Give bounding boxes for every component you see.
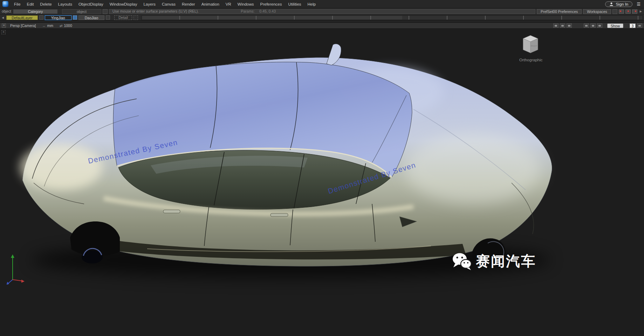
axis-triad: [5, 253, 26, 286]
detail-button[interactable]: Detail: [114, 15, 132, 20]
camera-view-label[interactable]: Persp [Camera]: [10, 23, 36, 28]
scale-arrows-icon: ⇄: [60, 24, 62, 28]
menu-edit[interactable]: Edit: [24, 2, 37, 6]
window-menu-icon[interactable]: ☰: [637, 2, 640, 7]
layer-timeline-strip[interactable]: [142, 15, 643, 20]
sign-in-button[interactable]: Sign In: [605, 1, 632, 7]
window-split-icon[interactable]: [590, 23, 596, 28]
viewport-close-icon[interactable]: ✕: [2, 23, 6, 28]
brand-watermark: 赛闻汽车: [452, 252, 536, 271]
mouse-left-button-icon[interactable]: [619, 9, 624, 14]
prompt-bar-expand-icon[interactable]: ▶: [639, 10, 643, 13]
mouse-middle-button-icon[interactable]: [625, 9, 631, 14]
menu-bar: File Edit Delete Layouts ObjectDisplay W…: [0, 0, 644, 8]
detail-options-icon[interactable]: [133, 15, 138, 20]
layer-yingjiao-field[interactable]: YingJiao: [45, 15, 71, 20]
menu-windows[interactable]: Windows: [234, 2, 257, 6]
layer-scroll-left-icon[interactable]: ◀: [1, 16, 5, 19]
params-label: Params:: [241, 9, 254, 14]
menu-render[interactable]: Render: [179, 2, 198, 6]
layer-bar: ◀ DefaultLayer YingJiao DaoJiao Detail: [0, 15, 644, 21]
menu-layouts[interactable]: Layouts: [55, 2, 75, 6]
layer-daojiao-checkbox[interactable]: [106, 15, 110, 20]
window-single-icon[interactable]: [584, 23, 589, 28]
cube-face-label: RIGHT: [531, 45, 537, 47]
workspaces-button[interactable]: Workspaces: [583, 9, 611, 14]
category-dropdown[interactable]: Category: [13, 9, 58, 14]
orientation-label: Orthographic: [519, 58, 542, 62]
menu-file[interactable]: File: [11, 2, 24, 6]
x-axis-icon: [13, 280, 22, 281]
params-value: 0.45, 0.43: [259, 9, 276, 14]
show-menu-button[interactable]: Show: [607, 23, 623, 28]
menu-objectdisplay[interactable]: ObjectDisplay: [75, 2, 107, 6]
resize-horizontal-icon: ↔: [42, 24, 46, 28]
car-3d-model[interactable]: [0, 29, 644, 336]
layer-daojiao-button[interactable]: DaoJiao: [78, 15, 105, 20]
menu-preferences[interactable]: Preferences: [257, 2, 285, 6]
render-preview-icon[interactable]: [560, 23, 565, 28]
pick-object-label: object: [1, 9, 12, 13]
prompt-line-input[interactable]: Use mouse or enter surface parameters (U…: [109, 9, 535, 14]
menu-vr[interactable]: VR: [222, 2, 234, 6]
viewport-canvas[interactable]: ✕ Demonstrated By Seven Demonstrated By …: [0, 29, 644, 336]
menu-utilities[interactable]: Utilities: [285, 2, 304, 6]
prompt-history-icon[interactable]: [103, 9, 108, 14]
menu-canvas[interactable]: Canvas: [159, 2, 179, 6]
snapshot-icon[interactable]: [553, 23, 559, 28]
viewport-header: ✕ Persp [Camera] ↔ mm ⇄ 1000 Show 3: [0, 23, 644, 29]
brand-text: 赛闻汽车: [476, 252, 536, 271]
view-scale-value[interactable]: 1000: [64, 23, 72, 28]
panel-number-button[interactable]: 3: [630, 23, 636, 28]
view-cube[interactable]: RIGHT Orthographic: [519, 34, 542, 62]
layer-defaultlayer-checkbox[interactable]: [39, 15, 43, 20]
alias-application-window: File Edit Delete Layouts ObjectDisplay W…: [0, 0, 644, 336]
view-cube-icon[interactable]: RIGHT: [520, 34, 541, 55]
alias-logo-icon[interactable]: [2, 1, 8, 7]
sign-in-label: Sign In: [616, 2, 628, 6]
menu-delete[interactable]: Delete: [37, 2, 55, 6]
layer-defaultlayer-button[interactable]: DefaultLayer: [6, 15, 38, 20]
prompt-bar: object Category object Use mouse or ente…: [0, 8, 644, 15]
workspace-monitor-icon[interactable]: [612, 9, 617, 14]
wechat-icon: [452, 252, 472, 270]
viewport-maximize-icon[interactable]: [637, 23, 642, 28]
layer-yingjiao-checkbox[interactable]: [73, 15, 77, 20]
viewport-grid-toggle-icon[interactable]: ✕: [1, 30, 6, 34]
mouse-right-button-icon[interactable]: [632, 9, 637, 14]
units-label[interactable]: mm: [47, 23, 54, 28]
menu-help[interactable]: Help: [304, 2, 319, 6]
window-grid-icon[interactable]: [597, 23, 602, 28]
image-plane-icon[interactable]: [567, 23, 572, 28]
person-icon: [609, 2, 614, 6]
menu-windowdisplay[interactable]: WindowDisplay: [107, 2, 141, 6]
prompt-text: Use mouse or enter surface parameters (U…: [112, 9, 199, 14]
menu-layers[interactable]: Layers: [140, 2, 159, 6]
menu-animation[interactable]: Animation: [198, 2, 222, 6]
object-filter-field[interactable]: object: [62, 9, 101, 14]
prefset-button[interactable]: PrefSet00 Preferences: [537, 9, 582, 14]
